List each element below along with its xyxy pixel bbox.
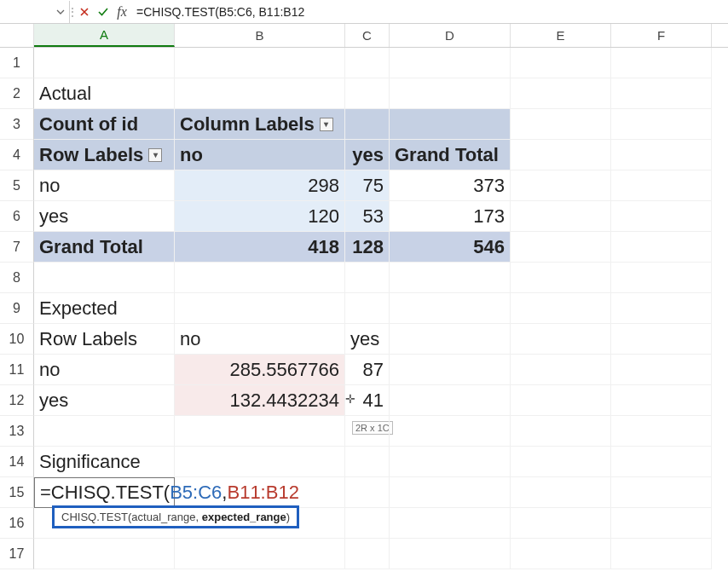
cell[interactable]: [390, 78, 511, 109]
cell[interactable]: [175, 447, 345, 477]
pivot-count-of-id[interactable]: Count of id: [34, 109, 175, 140]
cell[interactable]: [611, 539, 712, 569]
cell[interactable]: [175, 263, 345, 293]
cell[interactable]: [511, 539, 611, 569]
cell[interactable]: [511, 355, 611, 385]
cell[interactable]: [611, 477, 712, 508]
cell[interactable]: [611, 78, 712, 109]
cell[interactable]: [34, 416, 175, 447]
expected-row-label[interactable]: yes: [34, 385, 175, 416]
col-header-a[interactable]: A: [34, 24, 175, 47]
cell[interactable]: [345, 539, 390, 569]
cell[interactable]: [390, 263, 511, 293]
cell[interactable]: [611, 508, 712, 539]
cell[interactable]: [511, 109, 611, 140]
cell[interactable]: [390, 109, 511, 140]
spreadsheet-grid[interactable]: 2R x 1C ✛ CHISQ.TEST(actual_range, expec…: [0, 48, 728, 569]
cell[interactable]: [390, 48, 511, 78]
cell[interactable]: [511, 48, 611, 78]
row-header[interactable]: 7: [0, 232, 34, 263]
pivot-total-total[interactable]: 546: [390, 232, 511, 263]
pivot-grand-total-col[interactable]: Grand Total: [390, 140, 511, 170]
select-all-corner[interactable]: [0, 24, 34, 47]
cell[interactable]: [175, 477, 345, 508]
cell[interactable]: [390, 385, 511, 416]
pivot-row-total[interactable]: 373: [390, 170, 511, 201]
cell[interactable]: [390, 355, 511, 385]
row-header[interactable]: 2: [0, 78, 34, 109]
row-header[interactable]: 14: [0, 447, 34, 477]
formula-cell-editing[interactable]: =CHISQ.TEST(B5:C6, B11:B12: [34, 477, 175, 508]
cell[interactable]: [34, 48, 175, 78]
row-header[interactable]: 15: [0, 477, 34, 508]
cell[interactable]: [390, 416, 511, 447]
cell[interactable]: [390, 508, 511, 539]
cell[interactable]: [511, 324, 611, 355]
cell[interactable]: [611, 48, 712, 78]
pivot-row-label[interactable]: yes: [34, 201, 175, 232]
row-labels-dropdown-icon[interactable]: ▾: [148, 148, 162, 162]
cell[interactable]: [390, 324, 511, 355]
cell[interactable]: [345, 477, 390, 508]
pivot-col-no[interactable]: no: [175, 140, 345, 170]
expected-data[interactable]: 285.5567766: [175, 355, 345, 385]
pivot-grand-total-row[interactable]: Grand Total: [34, 232, 175, 263]
cell[interactable]: [511, 170, 611, 201]
cell[interactable]: [390, 477, 511, 508]
cell[interactable]: [511, 263, 611, 293]
cell[interactable]: [390, 539, 511, 569]
row-header[interactable]: 6: [0, 201, 34, 232]
expected-row-label[interactable]: no: [34, 355, 175, 385]
cell[interactable]: [34, 539, 175, 569]
cell[interactable]: [511, 477, 611, 508]
cell-significance-label[interactable]: Significance: [34, 447, 175, 477]
cell[interactable]: [511, 416, 611, 447]
expected-col-no[interactable]: no: [175, 324, 345, 355]
pivot-total-no[interactable]: 418: [175, 232, 345, 263]
cell[interactable]: [175, 293, 345, 324]
cell[interactable]: [511, 201, 611, 232]
cell[interactable]: [345, 48, 390, 78]
expected-data[interactable]: 132.4432234: [175, 385, 345, 416]
pivot-data[interactable]: 298: [175, 170, 345, 201]
row-header[interactable]: 1: [0, 48, 34, 78]
cell[interactable]: [511, 508, 611, 539]
cell[interactable]: [511, 447, 611, 477]
expected-data[interactable]: 87: [345, 355, 390, 385]
cancel-button[interactable]: [75, 1, 94, 23]
cell[interactable]: [611, 232, 712, 263]
pivot-row-labels[interactable]: Row Labels ▾: [34, 140, 175, 170]
row-header[interactable]: 17: [0, 539, 34, 569]
cell[interactable]: [611, 201, 712, 232]
pivot-row-label[interactable]: no: [34, 170, 175, 201]
pivot-data[interactable]: 75: [345, 170, 390, 201]
cell[interactable]: [175, 539, 345, 569]
expected-col-yes[interactable]: yes: [345, 324, 390, 355]
row-header[interactable]: 16: [0, 508, 34, 539]
col-header-c[interactable]: C: [345, 24, 390, 47]
cell[interactable]: [175, 416, 345, 447]
name-box[interactable]: [0, 1, 70, 23]
cell-expected-label[interactable]: Expected: [34, 293, 175, 324]
formula-bar-input[interactable]: =CHISQ.TEST(B5:C6, B11:B12: [131, 5, 728, 19]
cell[interactable]: [345, 416, 390, 447]
expected-row-labels[interactable]: Row Labels: [34, 324, 175, 355]
cell[interactable]: [345, 447, 390, 477]
cell[interactable]: [611, 170, 712, 201]
cell[interactable]: [175, 78, 345, 109]
cell[interactable]: [611, 109, 712, 140]
row-header[interactable]: 4: [0, 140, 34, 170]
cell[interactable]: [611, 385, 712, 416]
cell[interactable]: [511, 293, 611, 324]
cell[interactable]: [611, 293, 712, 324]
cell[interactable]: [345, 293, 390, 324]
cell[interactable]: [175, 48, 345, 78]
cell[interactable]: [390, 447, 511, 477]
cell[interactable]: [345, 109, 390, 140]
pivot-row-total[interactable]: 173: [390, 201, 511, 232]
cell[interactable]: [345, 263, 390, 293]
name-box-dropdown-icon[interactable]: [55, 7, 66, 17]
row-header[interactable]: 10: [0, 324, 34, 355]
cell[interactable]: [511, 140, 611, 170]
cell[interactable]: [34, 263, 175, 293]
